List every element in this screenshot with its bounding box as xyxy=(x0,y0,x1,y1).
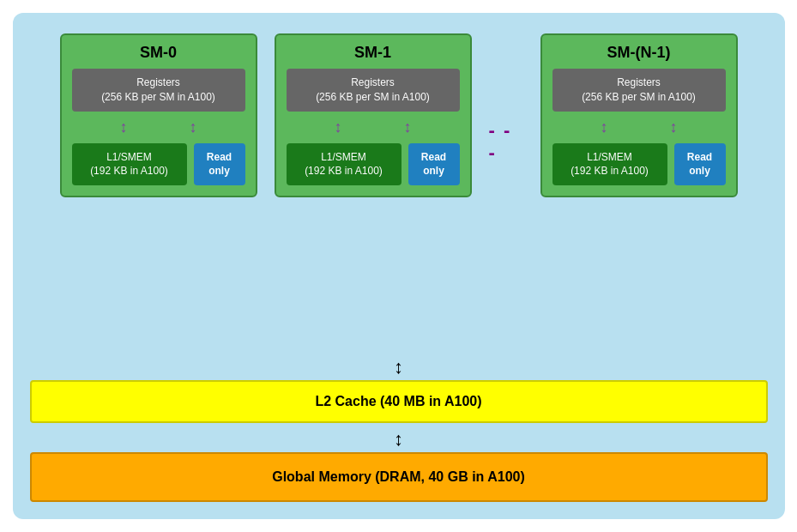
sm1-bottom: L1/SMEM (192 KB in A100) Read only xyxy=(287,143,460,186)
dots-text: - - - xyxy=(489,119,523,164)
smN1-l1: L1/SMEM (192 KB in A100) xyxy=(552,143,667,186)
smN1-registers: Registers (256 KB per SM in A100) xyxy=(552,69,726,112)
smN1-arrows: ↕ ↕ xyxy=(552,118,726,136)
sm1-arrow-left: ↕ xyxy=(335,118,342,136)
to-global-arrow-container: ↕ xyxy=(30,428,768,450)
sm1-block: SM-1 Registers (256 KB per SM in A100) ↕… xyxy=(275,33,472,197)
double-arrow-l2: ↕ xyxy=(394,356,403,378)
smN1-block: SM-(N-1) Registers (256 KB per SM in A10… xyxy=(540,33,738,197)
sm1-l1: L1/SMEM (192 KB in A100) xyxy=(287,143,402,186)
smN1-title: SM-(N-1) xyxy=(607,44,671,62)
l2-cache-bar: L2 Cache (40 MB in A100) xyxy=(30,380,768,423)
sm1-readonly: Read only xyxy=(408,143,460,186)
sm0-l1: L1/SMEM (192 KB in A100) xyxy=(72,143,187,186)
main-diagram: SM-0 Registers (256 KB per SM in A100) ↕… xyxy=(13,13,785,519)
to-l2-arrow-container: ↕ xyxy=(30,356,768,378)
sm0-block: SM-0 Registers (256 KB per SM in A100) ↕… xyxy=(60,33,257,197)
to-l2-arrow: ↕ xyxy=(394,356,403,378)
double-arrow-global: ↕ xyxy=(394,428,403,450)
sm0-arrows: ↕ ↕ xyxy=(72,118,245,136)
dots-separator: - - - xyxy=(489,119,523,164)
smN1-readonly: Read only xyxy=(674,143,726,186)
sm1-arrows: ↕ ↕ xyxy=(287,118,460,136)
bottom-section: ↕ L2 Cache (40 MB in A100) ↕ Global Memo… xyxy=(30,206,768,502)
global-memory-bar: Global Memory (DRAM, 40 GB in A100) xyxy=(30,452,768,502)
sm1-registers: Registers (256 KB per SM in A100) xyxy=(287,69,460,112)
sm0-arrow-left: ↕ xyxy=(120,118,128,136)
to-global-arrow: ↕ xyxy=(394,428,403,450)
sm0-bottom: L1/SMEM (192 KB in A100) Read only xyxy=(72,143,245,186)
sm0-title: SM-0 xyxy=(140,44,177,62)
smN1-bottom: L1/SMEM (192 KB in A100) Read only xyxy=(552,143,726,186)
sm-row: SM-0 Registers (256 KB per SM in A100) ↕… xyxy=(30,33,768,197)
smN1-arrow-left: ↕ xyxy=(601,118,608,136)
sm1-title: SM-1 xyxy=(354,44,391,62)
sm0-arrow-right: ↕ xyxy=(190,118,197,136)
smN1-arrow-right: ↕ xyxy=(670,118,678,136)
sm0-registers: Registers (256 KB per SM in A100) xyxy=(72,69,245,112)
sm0-readonly: Read only xyxy=(194,143,245,186)
sm1-arrow-right: ↕ xyxy=(404,118,412,136)
